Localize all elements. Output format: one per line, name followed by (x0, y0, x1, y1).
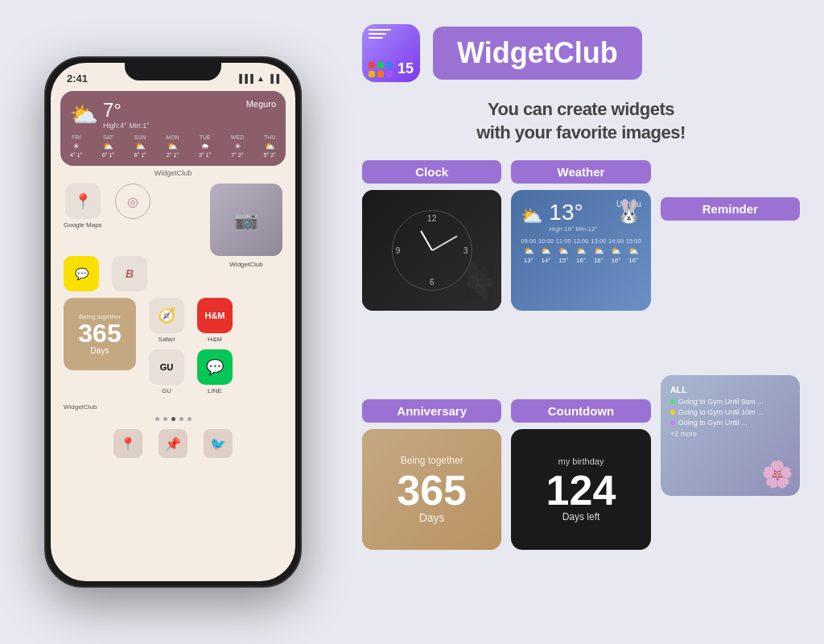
clock-badge: Clock (362, 160, 501, 184)
clock-widget-display: 12 3 6 9 (362, 190, 501, 311)
phone-right-apps: 🧭 Safari GU GU (149, 298, 184, 394)
reminder-flowers-decoration: 🌸 (761, 459, 793, 489)
wwd-hilow: High:16° Min:12° (549, 225, 597, 233)
phone-gu: GU GU (149, 349, 184, 394)
anniv-widget-label: WidgetClub (64, 403, 97, 411)
reminder-top-placeholder: Reminder (661, 160, 800, 389)
phone-bottom-icons: 📍 📌 🐦 (51, 424, 295, 463)
reminder-more: +2 more (670, 430, 790, 438)
wwd-rabbit-decoration: 🐰 (615, 198, 643, 225)
safari-label: Safari (159, 336, 175, 343)
phone-hm: H&M H&M (197, 298, 233, 343)
status-time: 2:41 (67, 72, 88, 85)
reminder-dot-2 (670, 410, 675, 415)
reminder-badge: Reminder (661, 197, 800, 221)
tagline-text: You can create widgets with your favorit… (362, 98, 800, 144)
phone-widget-labels: WidgetClub (51, 398, 295, 412)
phone-screen: 2:41 ▐▐▐ ▲ ▐▐ ⛅ 7° (51, 63, 295, 581)
clock-hour-hand (420, 230, 433, 250)
reminder-dot-1 (670, 399, 675, 404)
page-dots (51, 417, 295, 421)
phone-weather-hilow: High:4° Min:1° (103, 122, 150, 130)
phone-hm-line: H&M H&M 💬 LINE (197, 298, 233, 394)
googlemaps-label: Google Maps (64, 221, 102, 229)
clock-n12: 12 (427, 214, 436, 223)
gu-label: GU (162, 387, 171, 394)
line-icon: 💬 (197, 349, 233, 385)
anniv-display-num: 365 (397, 469, 467, 511)
phone-container: 2:41 ▐▐▐ ▲ ▐▐ ⛅ 7° (44, 56, 302, 588)
phone-weather-icon: ⛅ (70, 101, 98, 128)
tagline-line1: You can create widgets (488, 99, 674, 119)
countdown-title: my birthday (558, 456, 604, 466)
app-name: WidgetClub (457, 36, 618, 69)
hm-icon: H&M (197, 298, 233, 333)
phone-app-hotpepper: B (112, 256, 147, 291)
widgetclub-app-icon: 15 (362, 24, 420, 82)
dot-5 (187, 417, 192, 421)
wifi-icon: ▲ (257, 74, 265, 83)
countdown-number: 124 (546, 469, 616, 511)
anniv-display-label: Being together (397, 455, 467, 466)
clock-n6: 6 (430, 278, 435, 287)
phone-mockup-section: 2:41 ▐▐▐ ▲ ▐▐ ⛅ 7° (0, 0, 346, 644)
line-label: LINE (208, 387, 222, 394)
kakao-icon: 💬 (64, 256, 99, 291)
phone-bottom-widgets: Being together 365 Days 🧭 Safari GU GU (51, 295, 295, 398)
wwd-temp: 13° (549, 200, 597, 225)
phone-notch (125, 58, 221, 80)
reminder-item-3: Going to Gym Until ... (670, 419, 790, 427)
wwd-cloud-icon: ⛅ (521, 206, 542, 227)
reminder-text-1: Going to Gym Until 9am ... (678, 398, 764, 406)
countdown-label: Days left (562, 511, 600, 522)
phone-line: 💬 LINE (197, 349, 233, 394)
anniv-content: Being together 365 Days (397, 455, 467, 524)
status-icons: ▐▐▐ ▲ ▐▐ (237, 74, 279, 83)
reminder-section: ALL Going to Gym Until 9am ... Going to … (661, 369, 800, 628)
reminder-all-label: ALL (670, 385, 790, 394)
weather-badge: Weather (511, 160, 650, 184)
phone-photo-widget: 📷 (210, 184, 282, 256)
phone-frame: 2:41 ▐▐▐ ▲ ▐▐ ⛅ 7° (44, 56, 302, 588)
clock-n9: 9 (396, 246, 401, 255)
reminder-dot-3 (670, 420, 675, 425)
dot-3-active (171, 417, 175, 421)
phone-anniv-num: 365 (78, 320, 121, 346)
anniversary-badge: Anniversary (362, 399, 501, 423)
phone-weather-days: FRI☀4° 1° SAT⛅6° 1° SUN⛅8° 1° MON⛅2° 1° … (70, 134, 276, 158)
phone-safari: 🧭 Safari (149, 298, 184, 343)
right-content: 15 WidgetClub You can create widgets wit… (346, 0, 824, 644)
reminder-text-2: Going to Gym Until 10m ... (678, 408, 764, 416)
widgetclub-photo-label: WidgetClub (210, 261, 282, 275)
bottom-icon-1: 📍 (113, 429, 142, 458)
header-row: 15 WidgetClub (362, 24, 800, 82)
bottom-icon-2: 📌 (159, 429, 187, 458)
hotpepper-icon: B (112, 256, 147, 291)
bottom-icon-3: 🐦 (204, 429, 233, 458)
clock-face: 12 3 6 9 (392, 210, 472, 291)
gu-icon: GU (149, 349, 184, 385)
phone-weather-widget: ⛅ 7° High:4° Min:1° Meguro FRI☀4° 1° (60, 91, 286, 166)
countdown-section: Countdown my birthday 124 Days left (511, 399, 650, 628)
signal-icon: ▐▐▐ (237, 74, 253, 83)
phone-app-kakao: 💬 (64, 256, 99, 291)
anniversary-section: Anniversary Being together 365 Days (362, 399, 501, 628)
battery-icon: ▐▐ (268, 74, 279, 83)
phone-anniv-widget: Being together 365 Days (64, 298, 136, 370)
safari-icon: 🧭 (149, 298, 184, 333)
clock-n3: 3 (464, 246, 468, 255)
clock-minute-hand (431, 236, 457, 251)
countdown-widget-display: my birthday 124 Days left (511, 429, 650, 550)
phone-widgetclub-label: WidgetClub (51, 169, 295, 177)
widget-grid: Clock 12 3 6 9 (362, 160, 800, 628)
dot-2 (163, 417, 167, 421)
reminder-item-1: Going to Gym Until 9am ... (670, 398, 790, 406)
countdown-badge: Countdown (511, 399, 650, 423)
dot-4 (179, 417, 183, 421)
anniversary-widget-display: Being together 365 Days (362, 429, 501, 550)
phone-app-row-1: 📍 Google Maps ◎ 📷 (51, 180, 295, 259)
app-name-badge: WidgetClub (433, 27, 642, 80)
phone-app-widgetclub-icon: ◎ (115, 184, 150, 219)
weather-section: Weather ⛅ 13° High:16° Min:12° Ushiku (511, 160, 650, 389)
weather-widget-display: ⛅ 13° High:16° Min:12° Ushiku 🐰 (511, 190, 650, 311)
